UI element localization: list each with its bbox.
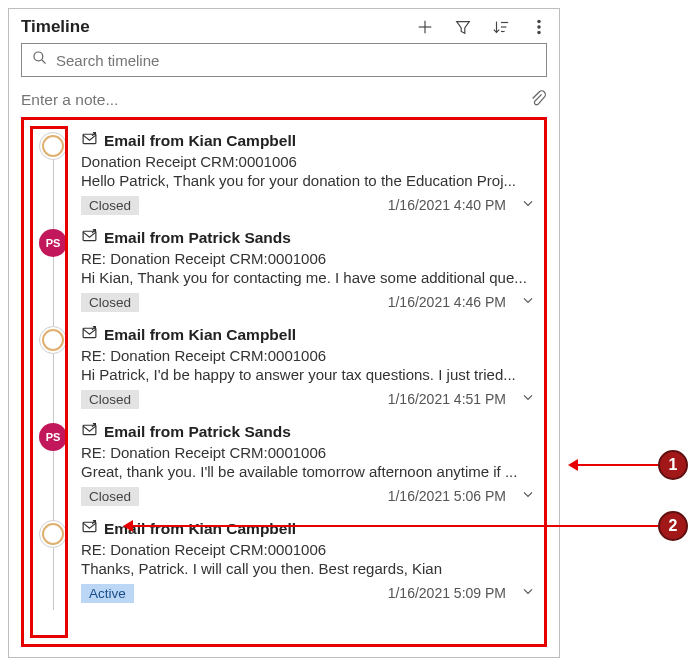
email-icon: [81, 227, 98, 248]
sort-icon[interactable]: [491, 17, 511, 37]
chevron-down-icon[interactable]: [516, 195, 536, 215]
item-content: Email from Kian CampbellDonation Receipt…: [81, 130, 536, 215]
avatar: [39, 520, 67, 548]
search-input[interactable]: [56, 52, 536, 69]
item-content: Email from Patrick SandsRE: Donation Rec…: [81, 421, 536, 506]
callout-badge: 2: [658, 511, 688, 541]
item-subject: RE: Donation Receipt CRM:0001006: [81, 541, 536, 558]
item-preview: Hello Patrick, Thank you for your donati…: [81, 172, 536, 189]
svg-point-7: [538, 20, 540, 22]
status-badge: Closed: [81, 487, 139, 506]
item-preview: Hi Kian, Thank you for contacting me. I …: [81, 269, 536, 286]
chevron-down-icon[interactable]: [516, 583, 536, 603]
item-title: Email from Patrick Sands: [104, 423, 291, 441]
search-icon: [32, 50, 48, 70]
item-title: Email from Patrick Sands: [104, 229, 291, 247]
note-input[interactable]: [21, 91, 529, 109]
timeline-item[interactable]: PSEmail from Patrick SandsRE: Donation R…: [28, 223, 536, 320]
email-icon: [81, 324, 98, 345]
svg-rect-18: [83, 425, 96, 434]
avatar: PS: [39, 229, 67, 257]
item-title: Email from Kian Campbell: [104, 326, 296, 344]
attachment-icon[interactable]: [529, 89, 547, 111]
item-subject: RE: Donation Receipt CRM:0001006: [81, 444, 536, 461]
filter-icon[interactable]: [453, 17, 473, 37]
timestamp: 1/16/2021 5:06 PM: [388, 488, 506, 504]
timeline-list: Email from Kian CampbellDonation Receipt…: [28, 126, 536, 638]
timeline-item[interactable]: Email from Kian CampbellRE: Donation Rec…: [28, 320, 536, 417]
avatar: PS: [39, 423, 67, 451]
item-content: Email from Kian CampbellRE: Donation Rec…: [81, 324, 536, 409]
panel-header: Timeline: [9, 9, 559, 41]
avatar: [39, 132, 67, 160]
svg-point-8: [538, 26, 540, 28]
timeline-item[interactable]: PSEmail from Patrick SandsRE: Donation R…: [28, 417, 536, 514]
status-badge: Closed: [81, 390, 139, 409]
email-icon: [81, 421, 98, 442]
chevron-down-icon[interactable]: [516, 486, 536, 506]
status-badge: Closed: [81, 196, 139, 215]
timestamp: 1/16/2021 4:46 PM: [388, 294, 506, 310]
annotation-box-main: Email from Kian CampbellDonation Receipt…: [21, 117, 547, 647]
chevron-down-icon[interactable]: [516, 389, 536, 409]
svg-rect-14: [83, 231, 96, 240]
status-badge: Active: [81, 584, 134, 603]
svg-rect-20: [83, 522, 96, 531]
search-box[interactable]: [21, 43, 547, 77]
item-subject: RE: Donation Receipt CRM:0001006: [81, 347, 536, 364]
panel-title: Timeline: [21, 17, 415, 37]
item-preview: Hi Patrick, I'd be happy to answer your …: [81, 366, 536, 383]
svg-rect-16: [83, 328, 96, 337]
callout-badge: 1: [658, 450, 688, 480]
more-icon[interactable]: [529, 17, 549, 37]
timestamp: 1/16/2021 5:09 PM: [388, 585, 506, 601]
callout-1: 1: [568, 450, 688, 480]
timeline-item[interactable]: Email from Kian CampbellDonation Receipt…: [28, 126, 536, 223]
avatar: [39, 326, 67, 354]
svg-point-9: [538, 31, 540, 33]
item-title: Email from Kian Campbell: [104, 132, 296, 150]
svg-marker-2: [457, 22, 470, 34]
timestamp: 1/16/2021 4:40 PM: [388, 197, 506, 213]
email-icon: [81, 518, 98, 539]
add-icon[interactable]: [415, 17, 435, 37]
email-icon: [81, 130, 98, 151]
note-row[interactable]: [9, 83, 559, 117]
chevron-down-icon[interactable]: [516, 292, 536, 312]
item-preview: Great, thank you. I'll be available tomo…: [81, 463, 536, 480]
timestamp: 1/16/2021 4:51 PM: [388, 391, 506, 407]
svg-point-10: [34, 52, 43, 61]
svg-rect-12: [83, 134, 96, 143]
item-preview: Thanks, Patrick. I will call you then. B…: [81, 560, 536, 577]
svg-line-11: [42, 60, 46, 64]
timeline-panel: Timeline: [8, 8, 560, 658]
status-badge: Closed: [81, 293, 139, 312]
item-content: Email from Patrick SandsRE: Donation Rec…: [81, 227, 536, 312]
callout-2: 2: [123, 511, 688, 541]
item-subject: RE: Donation Receipt CRM:0001006: [81, 250, 536, 267]
item-subject: Donation Receipt CRM:0001006: [81, 153, 536, 170]
